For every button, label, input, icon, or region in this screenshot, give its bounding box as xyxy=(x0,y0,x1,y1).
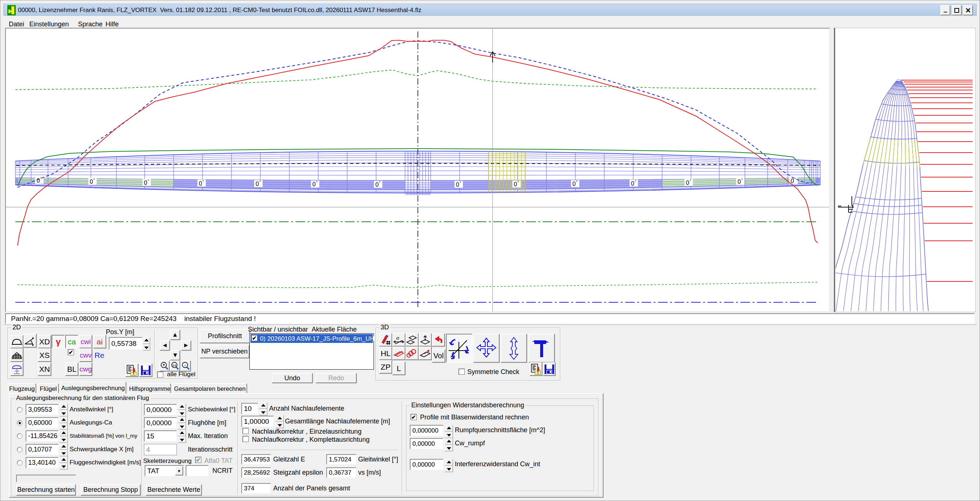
svg-text:−: − xyxy=(184,364,186,367)
svg-text:1:1: 1:1 xyxy=(172,364,177,367)
svg-text:α: α xyxy=(396,335,399,341)
svg-text:+: + xyxy=(162,362,165,368)
